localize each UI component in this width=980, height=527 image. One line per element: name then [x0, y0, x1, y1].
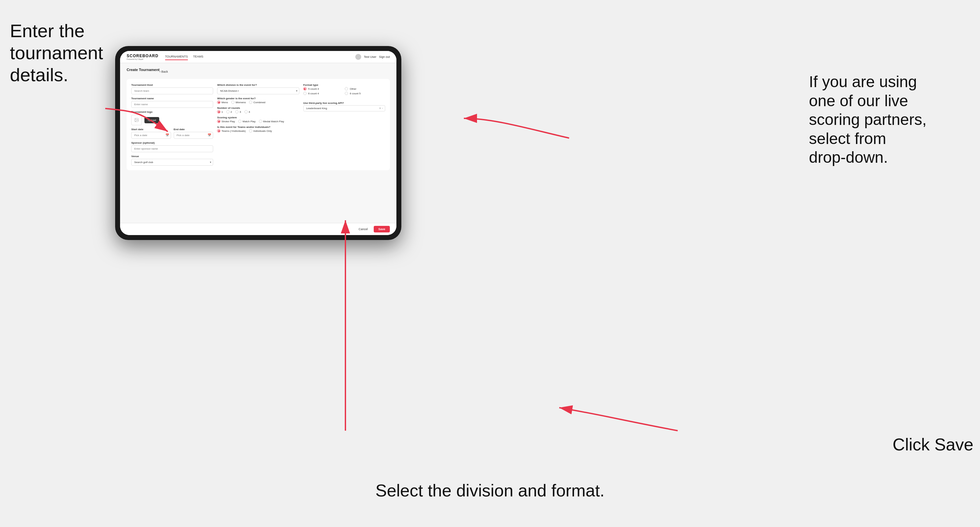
- rounds-2[interactable]: 2: [226, 110, 232, 113]
- logo-area: SCOREBOARD Powered by Clippd: [127, 54, 159, 60]
- scoring-radio-group: Stroke Play Match Play Medal Match Play: [217, 120, 299, 123]
- division-select-wrapper: NCAA Division I: [217, 87, 299, 94]
- live-scoring-input[interactable]: Leaderboard King ✕ ‹: [303, 105, 385, 111]
- scoring-medal-match[interactable]: Medal Match Play: [259, 120, 284, 123]
- tournament-name-field: Tournament name: [131, 97, 213, 108]
- rounds-3[interactable]: 3: [235, 110, 241, 113]
- cancel-button[interactable]: Cancel: [355, 226, 371, 232]
- scoring-label: Scoring system: [217, 116, 299, 119]
- start-date-label: Start date: [131, 128, 171, 131]
- format-5count4-label: 5 count 4: [308, 87, 319, 90]
- teams-teams[interactable]: Teams (+Individuals): [217, 129, 246, 132]
- gender-combined-circle: [249, 101, 252, 104]
- format-6count4[interactable]: 6 count 4: [303, 92, 344, 95]
- scoring-medal-match-circle: [259, 120, 262, 123]
- gender-field: Which gender is the event for? Mens Wome…: [217, 97, 299, 104]
- page-title: Create Tournament: [127, 68, 159, 71]
- nav-tab-tournaments[interactable]: TOURNAMENTS: [165, 54, 188, 60]
- logo-sub: Powered by Clippd: [127, 58, 159, 60]
- end-date-input[interactable]: [174, 132, 213, 139]
- start-date-input[interactable]: [131, 132, 171, 139]
- nav-tab-teams[interactable]: TEAMS: [193, 54, 203, 60]
- gender-mens[interactable]: Mens: [217, 101, 228, 104]
- teams-radio-group: Teams (+Individuals) Individuals Only: [217, 129, 299, 132]
- rounds-4[interactable]: 4: [244, 110, 250, 113]
- teams-label: Is this event for Teams and/or Individua…: [217, 125, 299, 129]
- gender-womens-label: Womens: [235, 101, 246, 104]
- scoring-stroke[interactable]: Stroke Play: [217, 120, 235, 123]
- format-5count4[interactable]: 5 count 4: [303, 87, 344, 90]
- tournament-host-field: Tournament Host: [131, 84, 213, 94]
- teams-teams-circle: [217, 129, 220, 132]
- venue-select-wrapper: Search golf club: [131, 159, 213, 166]
- teams-individuals-label: Individuals Only: [253, 130, 272, 132]
- live-scoring-clear-icon[interactable]: ✕ ‹: [379, 107, 383, 110]
- gender-radio-group: Mens Womens Combined: [217, 101, 299, 104]
- date-row: Start date 📅 End date 📅: [131, 128, 213, 139]
- tournament-name-label: Tournament name: [131, 97, 213, 100]
- venue-field: Venue Search golf club: [131, 155, 213, 166]
- sponsor-input[interactable]: [131, 145, 213, 152]
- header-right: Test User Sign out: [355, 54, 390, 60]
- gender-combined[interactable]: Combined: [249, 101, 265, 104]
- format-other-circle: [345, 87, 348, 90]
- rounds-4-circle: [244, 110, 248, 113]
- format-options: 5 count 4 Other 6 count 4: [303, 87, 385, 95]
- logo-text: SCOREBOARD: [127, 54, 159, 58]
- scoring-match-label: Match Play: [242, 120, 256, 123]
- dates-field: Start date 📅 End date 📅: [131, 128, 213, 139]
- tablet: SCOREBOARD Powered by Clippd TOURNAMENTS…: [115, 46, 401, 240]
- gender-mens-circle: [217, 101, 220, 104]
- form-col-right: Format type 5 count 4 Other: [303, 84, 385, 166]
- end-date-wrapper: 📅: [174, 132, 213, 139]
- division-select[interactable]: NCAA Division I: [217, 87, 299, 94]
- rounds-2-label: 2: [231, 111, 232, 113]
- tournament-name-input[interactable]: [131, 101, 213, 108]
- gender-label: Which gender is the event for?: [217, 97, 299, 100]
- form-col-left: Tournament Host Tournament name Tourname…: [131, 84, 213, 166]
- form-col-middle: Which division is the event for? NCAA Di…: [217, 84, 299, 166]
- gender-combined-label: Combined: [253, 101, 265, 104]
- scoring-field: Scoring system Stroke Play Match Play: [217, 116, 299, 123]
- gender-womens[interactable]: Womens: [231, 101, 246, 104]
- scoring-match[interactable]: Match Play: [238, 120, 256, 123]
- rounds-2-circle: [226, 110, 230, 113]
- scoring-stroke-label: Stroke Play: [221, 120, 235, 123]
- app-header: SCOREBOARD Powered by Clippd TOURNAMENTS…: [120, 51, 396, 63]
- rounds-1-label: 1: [221, 111, 223, 113]
- end-date-label: End date: [174, 128, 213, 131]
- sponsor-label: Sponsor (optional): [131, 141, 213, 144]
- gender-womens-circle: [231, 101, 235, 104]
- end-date-field: End date 📅: [174, 128, 213, 139]
- calendar-icon: 📅: [165, 133, 169, 137]
- format-6count5-circle: [345, 92, 348, 95]
- logo-upload: Upload: [131, 115, 213, 125]
- calendar-icon-end: 📅: [208, 133, 211, 137]
- tournament-logo-label: Tournament logo: [131, 111, 213, 113]
- division-field: Which division is the event for? NCAA Di…: [217, 84, 299, 94]
- format-other[interactable]: Other: [345, 87, 385, 90]
- format-type-field: Format type 5 count 4 Other: [303, 84, 385, 95]
- upload-button[interactable]: Upload: [145, 117, 159, 123]
- rounds-3-label: 3: [240, 111, 241, 113]
- venue-select[interactable]: Search golf club: [131, 159, 213, 166]
- rounds-1[interactable]: 1: [217, 110, 223, 113]
- back-link[interactable]: ‹ Back: [159, 70, 168, 73]
- rounds-4-label: 4: [249, 111, 250, 113]
- sign-out-link[interactable]: Sign out: [379, 55, 390, 59]
- save-button[interactable]: Save: [374, 226, 390, 232]
- svg-point-1: [135, 119, 136, 120]
- annotation-bottom-right: Click Save: [892, 414, 974, 455]
- tournament-host-input[interactable]: [131, 87, 213, 94]
- format-6count5[interactable]: 6 count 5: [345, 92, 385, 95]
- user-avatar: [355, 54, 361, 60]
- rounds-1-circle: [217, 110, 220, 113]
- format-type-label: Format type: [303, 84, 385, 86]
- gender-mens-label: Mens: [221, 101, 228, 104]
- teams-teams-label: Teams (+Individuals): [221, 130, 246, 132]
- teams-individuals[interactable]: Individuals Only: [249, 129, 272, 132]
- scoring-match-circle: [238, 120, 242, 123]
- tablet-screen: SCOREBOARD Powered by Clippd TOURNAMENTS…: [120, 51, 396, 235]
- nav-tabs: TOURNAMENTS TEAMS: [165, 54, 203, 60]
- scoring-medal-match-label: Medal Match Play: [263, 120, 284, 123]
